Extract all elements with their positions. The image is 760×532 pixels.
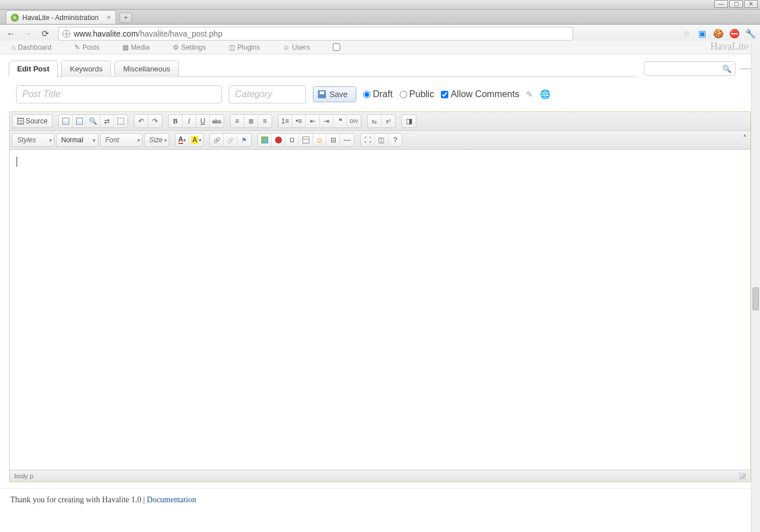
bullet-list-button[interactable]: •≡ xyxy=(292,115,306,127)
align-left-button[interactable]: ≡ xyxy=(230,115,244,127)
strike-button[interactable]: abc xyxy=(210,115,224,127)
flash-button[interactable] xyxy=(272,134,285,146)
superscript-button[interactable]: x² xyxy=(381,115,395,127)
hr-button[interactable]: — xyxy=(340,134,354,146)
align-center-button[interactable]: ≣ xyxy=(244,115,258,127)
public-radio[interactable] xyxy=(400,91,407,98)
replace-button[interactable]: ⇄ xyxy=(100,115,114,127)
nav-users[interactable]: ☺Users xyxy=(282,43,310,51)
nav-plugins[interactable]: ◫Plugins xyxy=(229,43,260,51)
omega-icon xyxy=(289,136,294,144)
bookmark-star-icon[interactable]: ☆ xyxy=(681,29,691,39)
post-title-input[interactable] xyxy=(16,85,222,103)
resize-grip-icon[interactable] xyxy=(739,473,746,479)
scrollbar-thumb[interactable] xyxy=(753,287,759,310)
italic-button[interactable]: I xyxy=(182,115,196,127)
nav-dashboard[interactable]: ⌂Dashboard xyxy=(11,43,51,51)
tab-miscellaneous[interactable]: Miscellaneous xyxy=(114,61,178,77)
redo-icon: ↷ xyxy=(152,117,158,125)
unlink-button[interactable] xyxy=(224,134,237,146)
url-text: www.havalite.com/havalite/hava_post.php xyxy=(74,29,222,38)
reload-button[interactable]: ⟳ xyxy=(39,27,51,40)
nav-toggle-checkbox[interactable] xyxy=(333,43,340,51)
format-select[interactable]: Normal xyxy=(56,133,98,147)
category-input[interactable] xyxy=(229,85,306,103)
about-button[interactable]: ? xyxy=(388,134,402,146)
nav-posts[interactable]: ✎Posts xyxy=(74,43,100,51)
removeformat-button[interactable]: ◨ xyxy=(402,115,416,127)
tab-edit-post[interactable]: Edit Post xyxy=(9,61,58,77)
source-button[interactable]: Source xyxy=(13,115,52,127)
window-maximize-button[interactable]: ▢ xyxy=(729,0,743,8)
outdent-button[interactable]: ⇤ xyxy=(306,115,320,127)
size-select[interactable]: Size xyxy=(144,133,169,147)
selectall-button[interactable] xyxy=(114,115,128,127)
smiley-button[interactable] xyxy=(313,134,327,146)
image-button[interactable] xyxy=(258,134,272,146)
public-radio-label[interactable]: Public xyxy=(400,89,435,99)
underline-button[interactable]: U xyxy=(196,115,210,127)
undo-icon: ↶ xyxy=(138,117,144,125)
newpage-button[interactable] xyxy=(59,115,73,127)
selectall-icon xyxy=(117,118,124,125)
window-close-button[interactable]: ✕ xyxy=(744,0,758,8)
nav-checkbox[interactable] xyxy=(333,43,340,51)
edit-pencil-icon[interactable]: ✎ xyxy=(526,90,533,99)
bgcolor-button[interactable]: A▾ xyxy=(189,134,203,146)
styles-select[interactable]: Styles xyxy=(12,133,54,147)
extension-icon-3[interactable]: ⛔ xyxy=(729,29,739,39)
bold-button[interactable]: B xyxy=(169,115,182,127)
allow-comments-label[interactable]: Allow Comments xyxy=(441,89,519,99)
table-button[interactable] xyxy=(299,134,313,146)
editor-content-area[interactable] xyxy=(10,150,750,470)
maximize-button[interactable]: ⛶ xyxy=(361,134,375,146)
save-button[interactable]: Save xyxy=(313,86,356,102)
indent-button[interactable]: ⇥ xyxy=(320,115,333,127)
preview-button[interactable] xyxy=(73,115,86,127)
eraser-icon: ◨ xyxy=(406,117,412,125)
plugin-icon: ◫ xyxy=(229,43,235,51)
window-minimize-button[interactable]: — xyxy=(714,0,728,8)
textcolor-icon: A xyxy=(178,136,184,144)
align-right-button[interactable]: ≡ xyxy=(258,115,272,127)
specialchar-button[interactable] xyxy=(285,134,299,146)
anchor-button[interactable] xyxy=(237,134,251,146)
nav-settings[interactable]: ⚙Settings xyxy=(173,43,206,51)
textcolor-button[interactable]: A▾ xyxy=(176,134,189,146)
anchor-icon xyxy=(241,136,247,144)
subscript-button[interactable]: x₂ xyxy=(368,115,381,127)
div-button[interactable]: DIV xyxy=(347,115,361,127)
address-bar[interactable]: www.havalite.com/havalite/hava_post.php xyxy=(58,27,573,41)
find-icon: 🔍 xyxy=(89,117,97,125)
tab-keywords[interactable]: Keywords xyxy=(61,61,111,77)
font-select[interactable]: Font xyxy=(100,133,142,147)
new-tab-button[interactable]: + xyxy=(120,13,132,23)
undo-button[interactable]: ↶ xyxy=(134,115,148,127)
redo-button[interactable]: ↷ xyxy=(148,115,162,127)
preview-world-icon[interactable]: 🌐 xyxy=(540,89,551,99)
showblocks-button[interactable]: ◫ xyxy=(375,134,388,146)
find-button[interactable]: 🔍 xyxy=(86,115,100,127)
numbered-list-button[interactable]: 1≡ xyxy=(278,115,292,127)
back-button[interactable]: ← xyxy=(5,27,17,40)
tab-close-icon[interactable]: × xyxy=(106,13,111,22)
link-button[interactable] xyxy=(210,134,224,146)
draft-radio[interactable] xyxy=(363,91,371,98)
draft-radio-label[interactable]: Draft xyxy=(363,89,393,99)
extension-icon-1[interactable]: ▣ xyxy=(697,29,707,39)
divider xyxy=(740,69,751,69)
documentation-link[interactable]: Documentation xyxy=(147,495,196,504)
indent-icon: ⇥ xyxy=(324,117,329,125)
blockquote-button[interactable]: ❝ xyxy=(333,115,347,127)
allow-comments-checkbox[interactable] xyxy=(441,91,448,98)
nav-media[interactable]: ▦Media xyxy=(122,43,150,51)
settings-wrench-icon[interactable]: 🔧 xyxy=(745,29,755,39)
browser-tab-active[interactable]: h HavaLite - Administration × xyxy=(6,10,116,24)
pagebreak-button[interactable]: ⊟ xyxy=(327,134,340,146)
forward-button[interactable]: → xyxy=(22,27,34,40)
admin-search-input[interactable]: 🔍 xyxy=(644,61,735,76)
collapse-toolbar-icon[interactable]: ▴ xyxy=(743,132,749,138)
page-scrollbar[interactable] xyxy=(751,43,760,511)
extension-icon-2[interactable]: 🍪 xyxy=(713,29,723,39)
element-path[interactable]: body p xyxy=(14,473,33,479)
